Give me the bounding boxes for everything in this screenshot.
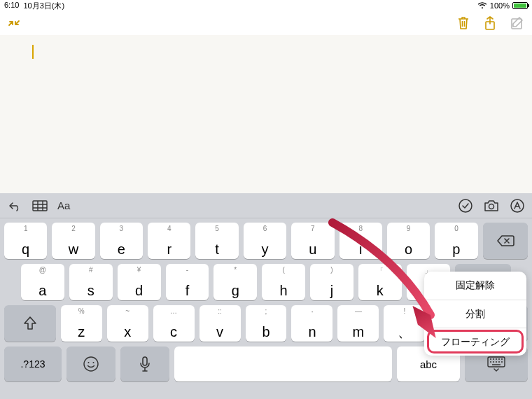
status-bar: 6:10 10月3日(木) 100% <box>0 0 532 11</box>
svg-rect-9 <box>143 357 147 365</box>
key-v[interactable]: ::v <box>200 305 241 342</box>
key-c[interactable]: …c <box>153 305 195 342</box>
svg-point-6 <box>84 357 98 371</box>
checkmark-circle-icon[interactable] <box>458 198 473 214</box>
key-e[interactable]: 3e <box>100 223 143 259</box>
key-k[interactable]: 「k <box>358 264 402 300</box>
nav-bar <box>0 11 532 35</box>
svg-rect-2 <box>33 201 47 211</box>
key-shift-left[interactable] <box>4 305 56 342</box>
svg-point-8 <box>93 362 94 363</box>
key-w[interactable]: 2w <box>52 223 94 259</box>
key-y[interactable]: 6y <box>244 223 286 259</box>
svg-point-5 <box>511 200 524 212</box>
key-t[interactable]: 5t <box>195 223 238 259</box>
key-b[interactable]: ;b <box>246 305 287 342</box>
key-s[interactable]: #s <box>69 264 113 300</box>
key-a[interactable]: @a <box>21 264 64 300</box>
battery-pct: 100% <box>490 1 510 10</box>
key-i[interactable]: 8i <box>340 223 382 259</box>
key-n[interactable]: ・n <box>291 305 332 342</box>
key-j[interactable]: )j <box>310 264 354 300</box>
status-time: 6:10 <box>4 1 19 11</box>
key-emoji[interactable] <box>66 346 115 382</box>
status-date: 10月3日(木) <box>23 1 64 11</box>
text-cursor <box>32 45 34 59</box>
key-h[interactable]: (h <box>262 264 305 300</box>
undo-icon[interactable] <box>7 200 22 211</box>
key-backspace[interactable] <box>483 223 528 259</box>
menu-item-floating[interactable]: フローティング <box>424 328 526 356</box>
format-icon[interactable]: Aa <box>57 200 70 211</box>
note-body[interactable] <box>0 35 532 193</box>
share-icon[interactable] <box>483 15 497 31</box>
svg-point-4 <box>489 204 494 209</box>
keyboard-toolbar: Aa <box>0 193 532 218</box>
key-f[interactable]: -f <box>166 264 209 300</box>
wifi-icon <box>477 2 487 9</box>
key-r[interactable]: 4r <box>148 223 190 259</box>
key-dictation[interactable] <box>120 346 169 382</box>
camera-icon[interactable] <box>483 200 500 212</box>
key-q[interactable]: 1q <box>4 223 47 259</box>
key-x[interactable]: ~x <box>107 305 148 342</box>
collapse-icon[interactable] <box>7 16 21 30</box>
key-numeric-mode[interactable]: .?123 <box>4 346 62 382</box>
svg-point-7 <box>88 362 90 363</box>
key-o[interactable]: 9o <box>387 223 430 259</box>
screen: 6:10 10月3日(木) 100% <box>0 0 532 399</box>
key-m[interactable]: —m <box>337 305 379 342</box>
keyboard-options-menu: 固定解除 分割 フローティング <box>424 272 526 356</box>
menu-item-split[interactable]: 分割 <box>424 300 526 328</box>
battery-icon <box>512 2 528 9</box>
markup-circle-icon[interactable] <box>510 198 525 214</box>
key-u[interactable]: 7u <box>291 223 334 259</box>
key-z[interactable]: %z <box>61 305 102 342</box>
table-icon[interactable] <box>32 200 48 211</box>
menu-item-undock[interactable]: 固定解除 <box>424 272 526 300</box>
compose-icon[interactable] <box>510 15 525 31</box>
key-、[interactable]: !、 <box>384 305 425 342</box>
key-p[interactable]: 0p <box>435 223 477 259</box>
trash-icon[interactable] <box>456 15 470 31</box>
key-d[interactable]: ¥d <box>118 264 161 300</box>
key-space[interactable] <box>174 346 392 382</box>
key-g[interactable]: *g <box>214 264 257 300</box>
svg-point-3 <box>459 200 472 212</box>
